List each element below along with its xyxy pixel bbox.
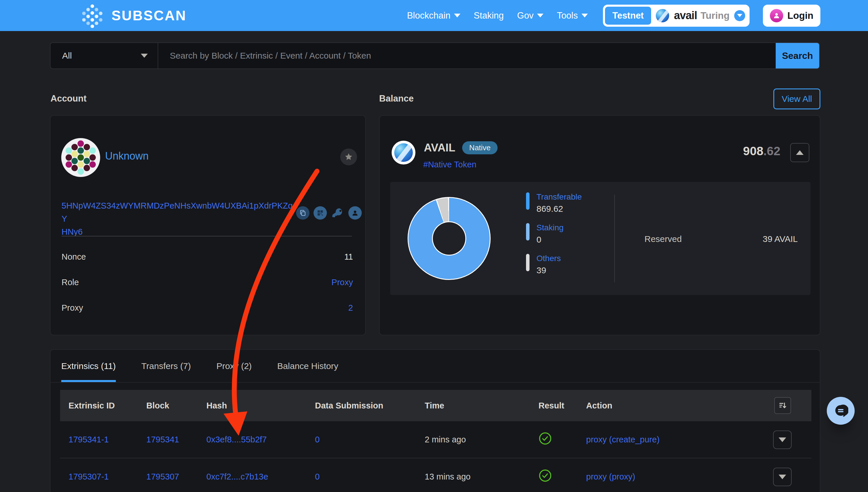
column-header-time: Time bbox=[425, 401, 444, 411]
nav-item-label: Tools bbox=[557, 10, 578, 21]
search-input[interactable] bbox=[158, 43, 776, 69]
network-switcher[interactable]: Testnet avail Turing bbox=[603, 5, 750, 27]
account-section-title: Account bbox=[50, 93, 87, 104]
chevron-down-icon bbox=[141, 54, 148, 58]
extrinsic-id-link[interactable]: 1795341-1 bbox=[69, 435, 109, 444]
field-value[interactable]: Proxy bbox=[331, 278, 353, 287]
divider bbox=[62, 236, 352, 237]
qr-code-icon[interactable] bbox=[313, 206, 327, 220]
field-value[interactable]: 2 bbox=[348, 303, 353, 313]
subscan-account-page: SUBSCAN BlockchainStakingGovTools Testne… bbox=[0, 0, 868, 492]
tab-proxy-2[interactable]: Proxy (2) bbox=[216, 350, 252, 382]
account-fields: Nonce11RoleProxyProxy2 bbox=[62, 244, 353, 321]
testnet-chip[interactable]: Testnet bbox=[605, 7, 652, 25]
collapse-button[interactable] bbox=[790, 143, 810, 162]
nav-item-tools[interactable]: Tools bbox=[557, 10, 588, 21]
field-label: Role bbox=[62, 278, 79, 287]
extrinsic-id-link[interactable]: 1795307-1 bbox=[69, 472, 109, 482]
subscan-logo[interactable]: SUBSCAN bbox=[80, 3, 186, 28]
native-token-tag-link[interactable]: #Native Token bbox=[423, 160, 476, 169]
block-link[interactable]: 1795307 bbox=[146, 472, 179, 482]
tab-extrinsics-11[interactable]: Extrinsics (11) bbox=[61, 350, 116, 382]
data-submission-link[interactable]: 0 bbox=[315, 472, 320, 482]
tab-transfers-7[interactable]: Transfers (7) bbox=[141, 350, 191, 382]
identicon-dot bbox=[77, 168, 84, 175]
legend-item-others[interactable]: Others39 bbox=[526, 254, 582, 275]
balance-donut-chart bbox=[407, 197, 491, 280]
column-header-result: Result bbox=[539, 401, 564, 411]
account-address-line1: 5HNpW4ZS34zWYMRMDzPeNHsXwnbW4UXBAi1pXdrP… bbox=[62, 199, 297, 225]
legend-label: Staking bbox=[537, 223, 563, 232]
reserved-value: 39 AVAIL bbox=[763, 234, 798, 244]
account-address[interactable]: 5HNpW4ZS34zWYMRMDzPeNHsXwnbW4UXBAi1pXdrP… bbox=[62, 199, 297, 239]
expand-row-button[interactable] bbox=[773, 430, 792, 449]
balance-card: AVAIL Native #Native Token 908.62 Transf… bbox=[379, 115, 820, 335]
account-display-name[interactable]: Unknown bbox=[105, 150, 149, 162]
nav-item-gov[interactable]: Gov bbox=[517, 10, 543, 21]
legend-label: Others bbox=[537, 254, 561, 263]
legend-color-bar bbox=[526, 223, 530, 241]
account-field-row: RoleProxy bbox=[62, 270, 353, 295]
action-link[interactable]: proxy (create_pure) bbox=[586, 435, 660, 444]
token-title-row: AVAIL Native bbox=[424, 141, 498, 154]
table-header: Extrinsic IDBlockHashData SubmissionTime… bbox=[60, 390, 812, 421]
key-icon[interactable] bbox=[331, 206, 344, 220]
total-balance-dec: .62 bbox=[764, 144, 780, 158]
account-address-line2: HNy6 bbox=[62, 225, 297, 239]
block-link[interactable]: 1795341 bbox=[146, 435, 179, 444]
identicon-dot bbox=[84, 158, 90, 164]
chat-bubble-icon bbox=[833, 403, 848, 418]
extrinsics-table-body: 1795341-117953410x3ef8....55b2f702 mins … bbox=[60, 421, 812, 492]
nav-item-blockchain[interactable]: Blockchain bbox=[407, 10, 461, 21]
user-avatar-icon bbox=[770, 9, 783, 22]
nav-item-label: Gov bbox=[517, 10, 534, 21]
search-bar: All Search bbox=[50, 42, 820, 69]
column-header-block: Block bbox=[146, 401, 169, 411]
balance-detail-panel: Transferable869.62Staking0Others39 Reser… bbox=[390, 182, 811, 295]
action-link[interactable]: proxy (proxy) bbox=[586, 472, 635, 482]
column-header-extrinsic-id: Extrinsic ID bbox=[69, 401, 115, 411]
expand-row-button[interactable] bbox=[773, 468, 792, 486]
activity-tabs: Extrinsics (11)Transfers (7)Proxy (2)Bal… bbox=[50, 350, 820, 383]
legend-text: Others39 bbox=[537, 254, 561, 275]
tab-balance-history[interactable]: Balance History bbox=[277, 350, 338, 382]
legend-value: 39 bbox=[537, 266, 561, 275]
account-identicon[interactable] bbox=[61, 138, 100, 177]
data-submission-link[interactable]: 0 bbox=[315, 435, 320, 444]
subscan-logo-icon bbox=[80, 3, 104, 28]
nav-item-staking[interactable]: Staking bbox=[474, 10, 504, 21]
favorite-star-button[interactable] bbox=[340, 149, 357, 165]
chevron-down-icon[interactable] bbox=[734, 10, 745, 21]
token-name: AVAIL bbox=[424, 142, 455, 154]
login-button[interactable]: Login bbox=[763, 5, 820, 27]
search-scope-value: All bbox=[62, 51, 72, 60]
avail-chain-logo bbox=[656, 9, 669, 22]
account-owner-icon[interactable] bbox=[348, 206, 362, 220]
column-header-data-submission: Data Submission bbox=[315, 401, 383, 411]
search-button[interactable]: Search bbox=[776, 43, 819, 69]
copy-address-icon[interactable] bbox=[296, 206, 309, 220]
identicon-dot bbox=[77, 161, 84, 168]
identicon-dot bbox=[71, 158, 78, 164]
hash-link[interactable]: 0xc7f2....c7b13e bbox=[206, 472, 268, 482]
chevron-down-icon bbox=[537, 14, 543, 18]
identicon-dot bbox=[71, 165, 78, 171]
support-chat-button[interactable] bbox=[827, 397, 855, 425]
search-scope-select[interactable]: All bbox=[50, 43, 158, 69]
identicon-dot bbox=[71, 151, 78, 157]
sort-filter-icon bbox=[778, 401, 787, 410]
time-cell: 13 mins ago bbox=[425, 472, 471, 482]
legend-item-transferable[interactable]: Transferable869.62 bbox=[526, 192, 582, 214]
star-icon bbox=[344, 153, 353, 161]
identicon-dot bbox=[89, 161, 96, 168]
identicon-dot bbox=[66, 147, 72, 154]
legend-item-staking[interactable]: Staking0 bbox=[526, 223, 582, 245]
identicon-dot bbox=[66, 161, 72, 168]
legend-label: Transferable bbox=[537, 192, 582, 202]
view-all-button[interactable]: View All bbox=[773, 89, 820, 109]
table-filter-button[interactable] bbox=[774, 397, 791, 414]
account-field-row: Nonce11 bbox=[62, 244, 353, 270]
chain-name-label: Turing bbox=[701, 10, 729, 21]
hash-link[interactable]: 0x3ef8....55b2f7 bbox=[206, 435, 267, 444]
avail-token-logo bbox=[392, 141, 416, 165]
